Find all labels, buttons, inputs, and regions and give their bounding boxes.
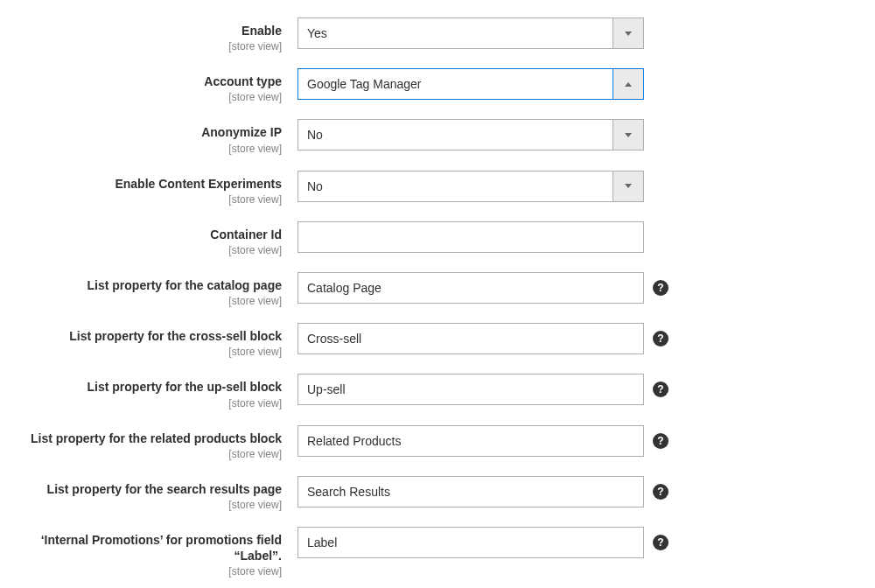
help-icon[interactable]: ? <box>653 535 668 550</box>
field-label-list-search-results: List property for the search results pag… <box>13 481 282 497</box>
scope-label: [store view] <box>13 397 282 410</box>
field-label-list-catalog-page: List property for the catalog page <box>13 277 282 293</box>
select-value: Yes <box>307 26 327 40</box>
scope-label: [store view] <box>13 91 282 103</box>
label-col: List property for the related products b… <box>13 425 298 460</box>
field-row-anonymize-ip: Anonymize IP [store view] No <box>13 119 862 154</box>
select-enable[interactable]: Yes <box>298 18 644 49</box>
label-col: List property for the search results pag… <box>13 476 298 511</box>
input-col <box>298 221 644 253</box>
field-label-list-up-sell: List property for the up-sell block <box>13 379 282 395</box>
field-row-content-experiments: Enable Content Experiments [store view] … <box>13 171 862 206</box>
chevron-down-icon <box>625 184 632 188</box>
input-col: No <box>298 171 644 202</box>
label-col: Enable [store view] <box>13 18 298 52</box>
label-col: Account type [store view] <box>13 68 298 103</box>
scope-label: [store view] <box>13 193 282 206</box>
dropdown-arrow-icon <box>612 68 644 100</box>
input-col: ? <box>298 374 668 405</box>
field-label-internal-promotions-label: ‘Internal Promotions’ for promotions fie… <box>13 532 282 564</box>
dropdown-arrow-icon <box>612 18 644 49</box>
field-label-container-id: Container Id <box>13 227 282 242</box>
label-col: List property for the catalog page [stor… <box>13 272 298 307</box>
help-icon[interactable]: ? <box>653 484 668 500</box>
help-icon[interactable]: ? <box>653 382 668 397</box>
chevron-down-icon <box>625 32 632 36</box>
label-col: List property for the up-sell block [sto… <box>13 374 298 409</box>
help-icon[interactable]: ? <box>653 280 668 296</box>
label-col: Container Id [store view] <box>13 221 298 256</box>
select-value: Google Tag Manager <box>307 77 422 91</box>
scope-label: [store view] <box>13 143 282 155</box>
select-value: No <box>307 179 323 193</box>
input-col: ? <box>298 476 668 508</box>
input-col: No <box>298 119 644 150</box>
label-col: ‘Internal Promotions’ for promotions fie… <box>13 527 298 578</box>
input-col: ? <box>298 272 668 304</box>
select-account-type[interactable]: Google Tag Manager <box>298 68 644 100</box>
label-col: Enable Content Experiments [store view] <box>13 171 298 206</box>
input-list-catalog-page[interactable] <box>298 272 644 304</box>
chevron-down-icon <box>625 133 632 137</box>
dropdown-arrow-icon <box>612 119 644 150</box>
input-col: ? <box>298 527 668 558</box>
input-internal-promotions-label[interactable] <box>298 527 644 558</box>
field-row-list-cross-sell: List property for the cross-sell block [… <box>13 323 862 358</box>
label-col: List property for the cross-sell block [… <box>13 323 298 358</box>
chevron-up-icon <box>625 82 632 87</box>
field-row-internal-promotions-label: ‘Internal Promotions’ for promotions fie… <box>13 527 862 578</box>
field-row-enable: Enable [store view] Yes <box>13 18 862 52</box>
field-label-anonymize-ip: Anonymize IP <box>13 124 282 140</box>
input-col: ? <box>298 323 668 354</box>
scope-label: [store view] <box>13 499 282 511</box>
scope-label: [store view] <box>13 346 282 358</box>
settings-form: Enable [store view] Yes Account type [st… <box>13 18 862 588</box>
field-row-list-search-results: List property for the search results pag… <box>13 476 862 511</box>
scope-label: [store view] <box>13 565 282 578</box>
input-list-up-sell[interactable] <box>298 374 644 405</box>
help-icon[interactable]: ? <box>653 331 668 346</box>
select-anonymize-ip[interactable]: No <box>298 119 644 150</box>
select-value: No <box>307 128 323 142</box>
help-icon[interactable]: ? <box>653 433 668 449</box>
input-list-search-results[interactable] <box>298 476 644 508</box>
field-row-list-related-products: List property for the related products b… <box>13 425 862 460</box>
field-label-list-related-products: List property for the related products b… <box>13 430 282 446</box>
select-content-experiments[interactable]: No <box>298 171 644 202</box>
field-label-enable: Enable <box>13 23 282 38</box>
scope-label: [store view] <box>13 448 282 460</box>
dropdown-arrow-icon <box>612 171 644 202</box>
field-row-account-type: Account type [store view] Google Tag Man… <box>13 68 862 103</box>
label-col: Anonymize IP [store view] <box>13 119 298 154</box>
field-label-account-type: Account type <box>13 74 282 89</box>
field-row-container-id: Container Id [store view] <box>13 221 862 256</box>
input-col: Google Tag Manager <box>298 68 644 100</box>
scope-label: [store view] <box>13 244 282 256</box>
field-row-list-catalog-page: List property for the catalog page [stor… <box>13 272 862 307</box>
field-label-content-experiments: Enable Content Experiments <box>13 176 282 192</box>
input-list-related-products[interactable] <box>298 425 644 457</box>
input-col: Yes <box>298 18 644 49</box>
input-list-cross-sell[interactable] <box>298 323 644 354</box>
input-col: ? <box>298 425 668 457</box>
field-row-list-up-sell: List property for the up-sell block [sto… <box>13 374 862 409</box>
scope-label: [store view] <box>13 40 282 52</box>
input-container-id[interactable] <box>298 221 644 253</box>
scope-label: [store view] <box>13 295 282 307</box>
field-label-list-cross-sell: List property for the cross-sell block <box>13 328 282 344</box>
